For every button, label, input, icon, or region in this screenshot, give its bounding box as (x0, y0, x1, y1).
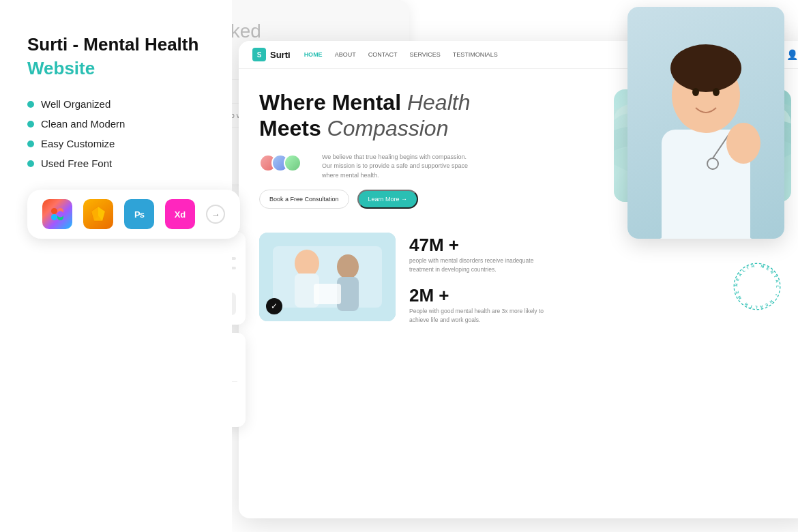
left-panel: Surti - Mental Health Website Well Organ… (0, 0, 232, 532)
svg-point-20 (337, 254, 359, 279)
stat-desc-2: People with good mental health are 3x mo… (409, 307, 559, 325)
circular-badge-container: HEALTH MENTAL • HEALTH MENTAL • (723, 233, 791, 340)
product-title: Surti - Mental Health (27, 34, 205, 55)
nav-logo: S Surti (252, 48, 291, 61)
feature-item-3: Easy Customize (27, 138, 205, 149)
svg-point-12 (692, 88, 699, 96)
tools-pill: Ps Xd → (27, 190, 240, 239)
stat-desc-1: people with mental disorders receive ina… (409, 256, 559, 274)
circular-badge: HEALTH MENTAL • HEALTH MENTAL • (730, 259, 784, 314)
user-icon[interactable]: 👤 (786, 49, 798, 60)
svg-point-18 (295, 250, 319, 277)
product-subtitle: Website (27, 58, 205, 79)
consultation-button[interactable]: Book a Free Consultation (259, 190, 349, 209)
tool-arrow-1: → (206, 205, 225, 224)
feature-dot-2 (27, 121, 34, 128)
svg-rect-22 (314, 284, 341, 304)
feature-item-4: Used Free Font (27, 158, 205, 169)
svg-text:HEALTH MENTAL • HEALTH MENTAL : HEALTH MENTAL • HEALTH MENTAL • (730, 259, 780, 310)
nav-links: HOME ABOUT CONTACT SERVICES TESTIMONIALS (304, 51, 498, 58)
nav-services[interactable]: SERVICES (409, 51, 440, 58)
feature-dot-3 (27, 141, 34, 147)
doctor-image (627, 7, 784, 239)
svg-rect-2 (51, 214, 57, 220)
nav-about[interactable]: ABOUT (335, 51, 356, 58)
hero-title: Where Mental Health Meets Compassion (259, 89, 600, 142)
nav-contact[interactable]: CONTACT (368, 51, 398, 58)
hero-title-line2: Meets Compassion (259, 116, 448, 141)
doctor-bg (627, 7, 784, 239)
hero-title-line1: Where Mental Health (259, 90, 470, 115)
svg-point-13 (713, 88, 720, 96)
nav-testimonials[interactable]: TESTIMONIALS (453, 51, 498, 58)
hero-buttons: Book a Free Consultation Learn More → (259, 190, 600, 209)
stat-number-1: 47M + (409, 236, 709, 254)
svg-point-4 (57, 211, 63, 218)
hero-left: Where Mental Health Meets Compassion We … (259, 89, 600, 209)
learn-more-button[interactable]: Learn More → (357, 190, 419, 209)
xd-icon: Xd (165, 199, 195, 229)
svg-rect-0 (51, 208, 57, 214)
sketch-icon (83, 199, 113, 229)
feature-item-2: Clean and Modern (27, 118, 205, 130)
svg-point-11 (670, 44, 741, 92)
stats-content: 47M + people with mental disorders recei… (409, 233, 709, 340)
feature-list: Well Organized Clean and Modern Easy Cus… (27, 98, 205, 169)
avatar-3 (284, 154, 301, 172)
stat-number-2: 2M + (409, 286, 709, 304)
svg-point-15 (726, 123, 760, 164)
nav-logo-icon: S (252, 48, 266, 61)
faq-title: Asked (208, 20, 392, 42)
feature-dot-4 (27, 160, 34, 167)
nav-home[interactable]: HOME (304, 51, 323, 58)
stats-section: ✓ 47M + people with mental disorders rec… (239, 222, 798, 350)
feature-dot-1 (27, 101, 34, 108)
feature-item-1: Well Organized (27, 98, 205, 110)
stats-image: ✓ (259, 233, 396, 321)
photoshop-icon: Ps (124, 199, 154, 229)
figma-icon (42, 199, 72, 229)
hero-description: We believe that true healing begins with… (322, 153, 472, 181)
hero-avatars (259, 154, 296, 172)
